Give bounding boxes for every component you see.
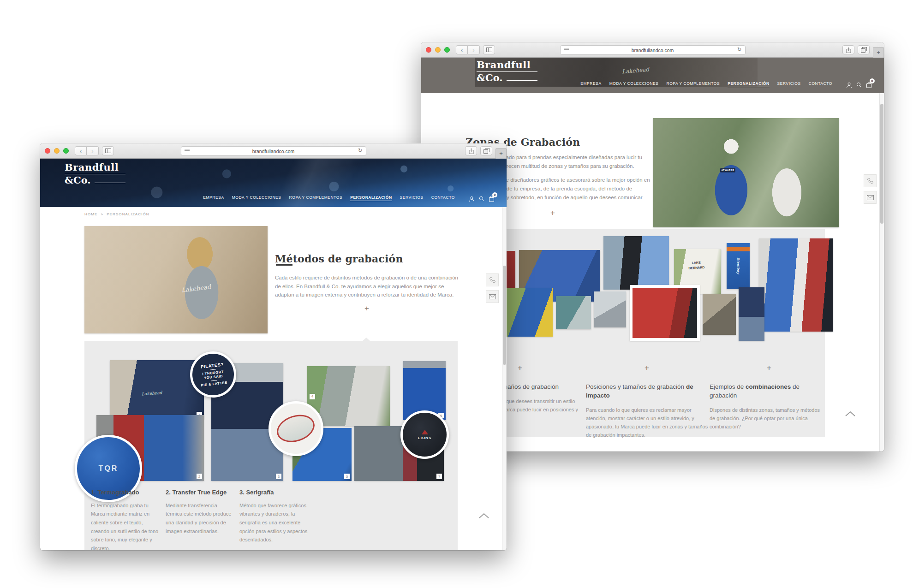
new-tab-button[interactable]: +: [873, 47, 884, 58]
pilates-line4: PIE & LATTES: [201, 380, 227, 387]
grid-photo-woman-portrait: [703, 294, 736, 335]
forward-button[interactable]: ›: [468, 45, 480, 54]
new-tab-button[interactable]: +: [495, 148, 507, 159]
reader-icon[interactable]: [185, 149, 190, 153]
nav-item-personalizacion[interactable]: PERSONALIZACIÓN: [728, 81, 769, 87]
tab-overview-button[interactable]: [480, 146, 492, 155]
phone-contact-button[interactable]: [486, 273, 499, 286]
intro-text: Cada estilo requiere de distintos método…: [275, 273, 461, 305]
method-column-serigrafia: 3. Serigrafía Método que favorece gráfic…: [239, 488, 310, 544]
share-button[interactable]: [465, 146, 477, 155]
window-scrollbar[interactable]: [879, 58, 884, 451]
zoom-window-button[interactable]: [63, 148, 69, 154]
phone-icon: [489, 277, 495, 283]
photo-label-atwater: ATWATER: [720, 168, 735, 172]
email-icon: [489, 294, 496, 299]
method-heading: 3. Serigrafía: [239, 488, 310, 497]
nav-item-contacto[interactable]: CONTACTO: [431, 195, 455, 201]
grid-photo-navy-stack: [739, 287, 764, 341]
expand-intro-button[interactable]: +: [364, 304, 369, 313]
phone-icon: [867, 178, 873, 184]
back-icon: ‹: [80, 148, 82, 154]
pilates-line1: PILATES?: [201, 362, 224, 370]
chevron-up-icon: [845, 411, 856, 417]
intro-paragraph: Cada estilo requiere de distintos método…: [275, 273, 461, 299]
minimize-window-button[interactable]: [54, 148, 60, 154]
nav-item-moda[interactable]: MODA Y COLECCIONES: [609, 81, 659, 87]
sidebar-button[interactable]: [483, 45, 495, 54]
email-contact-button[interactable]: [864, 191, 877, 204]
hero-photo-dune-woman: Lakehead: [84, 226, 268, 333]
breadcrumb-home-link[interactable]: HOME: [84, 212, 97, 216]
zone-column-body: Para cuando lo que quieres es reclamar m…: [586, 406, 710, 440]
method-body: El termograbado graba tu Marca mediante …: [91, 501, 159, 550]
window-controls: [45, 148, 69, 154]
nav-item-contacto[interactable]: CONTACTO: [809, 81, 832, 87]
grid-photo-white-top: [594, 291, 626, 327]
expand-intro-button[interactable]: +: [550, 208, 555, 218]
reader-icon[interactable]: [564, 48, 569, 52]
share-button[interactable]: [842, 45, 854, 54]
zone-column-impacto: Posiciones y tamaños de grabación de imp…: [586, 383, 710, 439]
zone-column-body: Dispones de distintas zonas, tamaños y m…: [710, 406, 826, 431]
account-button[interactable]: [469, 196, 475, 202]
nav-item-servicios[interactable]: SERVICIOS: [400, 195, 424, 201]
site-logo[interactable]: Brandfull &Co.: [477, 60, 537, 83]
address-bar[interactable]: brandfullandco.com ↻: [181, 146, 366, 156]
search-button[interactable]: [479, 196, 484, 202]
search-button[interactable]: [856, 82, 862, 88]
breadcrumb-current: PERSONALIZACIÓN: [107, 212, 149, 216]
scroll-to-top-button[interactable]: [845, 410, 856, 419]
nav-item-empresa[interactable]: EMPRESA: [203, 195, 224, 201]
collage-number-badge: 2: [197, 474, 202, 479]
back-button[interactable]: ‹: [75, 146, 87, 155]
phone-contact-button[interactable]: [864, 174, 877, 187]
account-button[interactable]: [846, 82, 852, 88]
minimize-window-button[interactable]: [435, 47, 441, 53]
refresh-icon[interactable]: ↻: [737, 47, 741, 53]
plus-icon: +: [499, 150, 503, 157]
title-underline: [276, 264, 292, 266]
nav-item-servicios[interactable]: SERVICIOS: [777, 81, 801, 87]
logo-rule: [95, 183, 125, 183]
email-contact-button[interactable]: [486, 290, 499, 303]
refresh-icon[interactable]: ↻: [358, 148, 362, 154]
site-logo[interactable]: Brandfull &Co.: [65, 162, 125, 185]
cart-button[interactable]: 0: [489, 196, 495, 202]
nav-item-ropa[interactable]: ROPA Y COMPLEMENTOS: [667, 81, 720, 87]
tab-overview-button[interactable]: [858, 45, 870, 54]
search-icon: [479, 196, 484, 202]
nav-item-ropa[interactable]: ROPA Y COMPLEMENTOS: [289, 195, 343, 201]
sidebar-button[interactable]: [102, 146, 114, 155]
nav-item-personalizacion[interactable]: PERSONALIZACIÓN: [350, 195, 392, 201]
expand-zone-3-button[interactable]: +: [767, 363, 771, 373]
zone-column-heading: Ejemplos de combinaciones de grabación: [710, 383, 826, 400]
grid-photo-red-jacket-framed: [630, 285, 700, 341]
scroll-to-top-button[interactable]: [478, 512, 489, 521]
patch-circle-oval-logo: [269, 401, 323, 456]
window-scrollbar[interactable]: [502, 159, 507, 550]
search-icon: [856, 82, 862, 88]
nav-item-empresa[interactable]: EMPRESA: [580, 81, 601, 87]
scrollbar-thumb[interactable]: [503, 266, 506, 365]
zoom-window-button[interactable]: [444, 47, 450, 53]
forward-button[interactable]: ›: [87, 146, 99, 155]
scrollbar-thumb[interactable]: [880, 104, 883, 224]
user-icon: [469, 196, 475, 202]
browser-toolbar: ‹ › brandfullandco.com ↻ +: [40, 143, 507, 159]
close-window-button[interactable]: [45, 148, 50, 154]
sidebar-icon: [105, 148, 111, 153]
sidebar-icon: [486, 48, 492, 52]
expand-zone-2-button[interactable]: +: [644, 363, 649, 373]
red-jacket-detail: [633, 288, 697, 338]
close-window-button[interactable]: [426, 47, 431, 53]
logo-line2: &Co.: [65, 175, 91, 185]
expand-zone-1-button[interactable]: +: [518, 363, 522, 373]
address-bar[interactable]: brandfullandco.com ↻: [560, 45, 746, 55]
collage-number-badge: 7: [436, 474, 442, 479]
cart-button[interactable]: 0: [866, 82, 872, 88]
back-icon: ‹: [461, 47, 463, 53]
logo-line2: &Co.: [477, 73, 503, 83]
back-button[interactable]: ‹: [456, 45, 468, 54]
nav-item-moda[interactable]: MODA Y COLECCIONES: [232, 195, 281, 201]
